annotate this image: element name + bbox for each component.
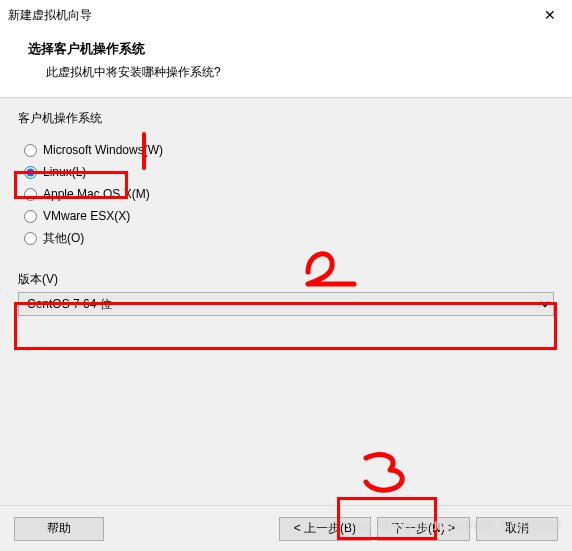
back-button[interactable]: < 上一步(B) <box>279 517 371 541</box>
radio-label: 其他(O) <box>43 230 84 247</box>
wizard-header: 选择客户机操作系统 此虚拟机中将安装哪种操作系统? <box>0 30 572 97</box>
button-bar: 帮助 < 上一步(B) 下一步(N) > 取消 <box>0 505 572 551</box>
os-group-label: 客户机操作系统 <box>18 110 554 127</box>
os-option-esx[interactable]: VMware ESX(X) <box>24 205 554 227</box>
help-button[interactable]: 帮助 <box>14 517 104 541</box>
next-button[interactable]: 下一步(N) > <box>377 517 470 541</box>
os-option-macos[interactable]: Apple Mac OS X(M) <box>24 183 554 205</box>
radio-label: Linux(L) <box>43 165 86 179</box>
radio-label: Apple Mac OS X(M) <box>43 187 150 201</box>
radio-label: VMware ESX(X) <box>43 209 130 223</box>
radio-label: Microsoft Windows(W) <box>43 143 163 157</box>
page-title: 选择客户机操作系统 <box>28 40 554 58</box>
os-option-other[interactable]: 其他(O) <box>24 227 554 249</box>
radio-macos[interactable] <box>24 188 37 201</box>
radio-windows[interactable] <box>24 144 37 157</box>
os-option-windows[interactable]: Microsoft Windows(W) <box>24 139 554 161</box>
os-option-linux[interactable]: Linux(L) <box>24 161 554 183</box>
os-radio-group: Microsoft Windows(W) Linux(L) Apple Mac … <box>18 133 554 265</box>
wizard-body: 客户机操作系统 Microsoft Windows(W) Linux(L) Ap… <box>0 98 572 509</box>
version-select-wrap: CentOS 7 64 位 <box>18 292 554 316</box>
radio-esx[interactable] <box>24 210 37 223</box>
titlebar: 新建虚拟机向导 ✕ <box>0 0 572 30</box>
close-icon[interactable]: ✕ <box>538 5 562 25</box>
radio-other[interactable] <box>24 232 37 245</box>
window-title: 新建虚拟机向导 <box>8 7 92 24</box>
page-subtitle: 此虚拟机中将安装哪种操作系统? <box>46 64 554 81</box>
radio-linux[interactable] <box>24 166 37 179</box>
version-select[interactable]: CentOS 7 64 位 <box>18 292 554 316</box>
cancel-button[interactable]: 取消 <box>476 517 558 541</box>
version-label: 版本(V) <box>18 271 554 288</box>
